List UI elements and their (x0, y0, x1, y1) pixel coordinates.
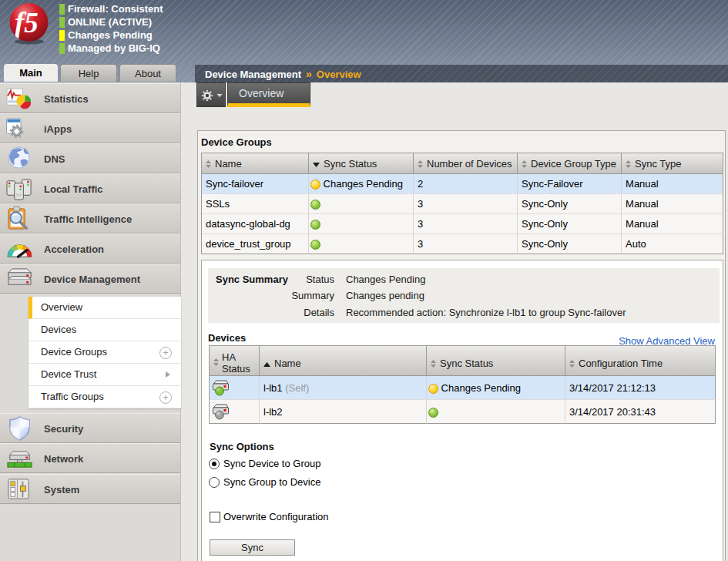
svg-text:f5: f5 (15, 7, 39, 39)
